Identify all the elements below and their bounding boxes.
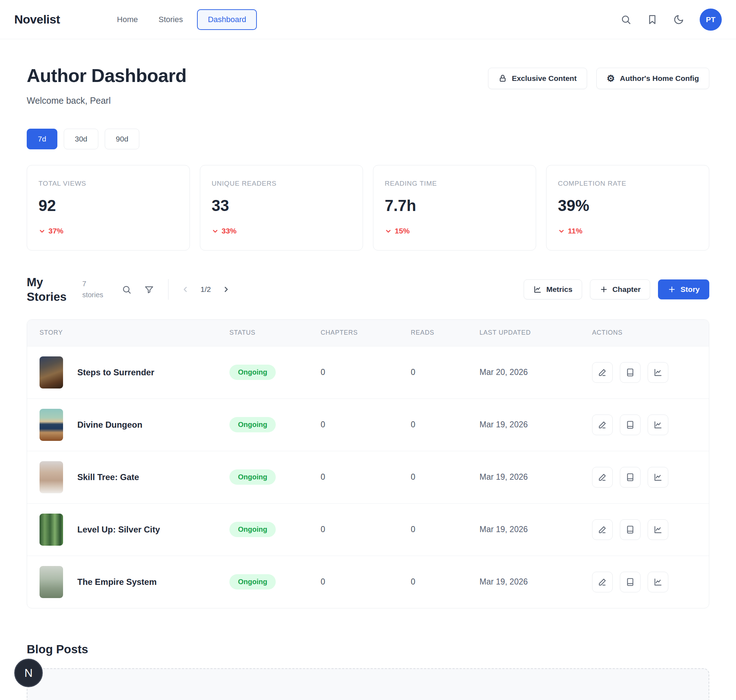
read-story-button[interactable] xyxy=(620,362,641,383)
story-metrics-button[interactable] xyxy=(648,467,668,488)
story-title[interactable]: The Empire System xyxy=(77,577,157,587)
story-cover-image[interactable] xyxy=(40,513,63,546)
user-avatar[interactable]: PT xyxy=(700,9,722,31)
read-story-button[interactable] xyxy=(620,572,641,593)
book-icon xyxy=(626,577,635,587)
col-reads: READS xyxy=(411,329,479,337)
story-cover-image[interactable] xyxy=(40,566,63,598)
story-metrics-button[interactable] xyxy=(648,519,668,540)
metrics-button[interactable]: Metrics xyxy=(524,279,582,299)
col-story: STORY xyxy=(40,329,229,337)
filter-funnel-icon[interactable] xyxy=(144,285,154,294)
reads-count: 0 xyxy=(411,368,479,377)
chart-icon xyxy=(653,577,663,587)
authors-home-config-button[interactable]: ⚙ Author's Home Config xyxy=(596,68,709,89)
edit-story-button[interactable] xyxy=(592,467,613,488)
page-indicator: 1/2 xyxy=(201,285,211,294)
last-updated: Mar 19, 2026 xyxy=(479,525,592,534)
stories-pagination: 1/2 xyxy=(181,285,230,294)
story-cover-image[interactable] xyxy=(40,409,63,441)
chart-icon xyxy=(653,473,663,482)
blog-posts-empty-panel: Subscribers will be able to read your po… xyxy=(27,668,709,700)
book-icon xyxy=(626,420,635,429)
bookmark-icon[interactable] xyxy=(647,14,658,25)
main-content: Author Dashboard Welcome back, Pearl Exc… xyxy=(0,65,736,700)
dark-mode-moon-icon[interactable] xyxy=(673,14,684,25)
add-chapter-button[interactable]: Chapter xyxy=(590,279,650,299)
col-chapters: CHAPTERS xyxy=(320,329,411,337)
edit-story-button[interactable] xyxy=(592,362,613,383)
nav-link-home[interactable]: Home xyxy=(110,10,144,29)
pencil-icon xyxy=(598,525,607,534)
range-30d-button[interactable]: 30d xyxy=(64,129,98,149)
stat-card-unique-readers: UNIQUE READERS 33 33% xyxy=(200,165,363,251)
read-story-button[interactable] xyxy=(620,519,641,540)
edit-story-button[interactable] xyxy=(592,572,613,593)
exclusive-content-button[interactable]: Exclusive Content xyxy=(488,68,587,89)
story-metrics-button[interactable] xyxy=(648,415,668,435)
book-icon xyxy=(626,368,635,377)
nav-actions: PT xyxy=(621,9,722,31)
nav-link-stories[interactable]: Stories xyxy=(152,10,189,29)
story-title[interactable]: Steps to Surrender xyxy=(77,368,154,378)
status-badge: Ongoing xyxy=(229,574,276,590)
book-icon xyxy=(626,473,635,482)
plus-icon xyxy=(599,285,608,294)
table-row: The Empire System Ongoing 0 0 Mar 19, 20… xyxy=(27,556,709,608)
nav-link-dashboard[interactable]: Dashboard xyxy=(197,9,257,30)
stat-card-reading-time: READING TIME 7.7h 15% xyxy=(373,165,536,251)
trend-down-icon xyxy=(385,227,392,235)
status-badge: Ongoing xyxy=(229,469,276,485)
page-prev-icon[interactable] xyxy=(181,285,190,294)
trend-down-icon xyxy=(38,227,46,235)
status-badge: Ongoing xyxy=(229,417,276,432)
pencil-icon xyxy=(598,577,607,587)
pencil-icon xyxy=(598,368,607,377)
story-cover-image[interactable] xyxy=(40,356,63,388)
story-title[interactable]: Level Up: Silver City xyxy=(77,525,160,535)
my-stories-title: My Stories xyxy=(27,275,67,304)
range-filter: 7d 30d 90d xyxy=(27,129,709,149)
trend-down-icon xyxy=(558,227,565,235)
col-status: STATUS xyxy=(229,329,320,337)
story-title[interactable]: Divine Dungeon xyxy=(77,420,142,430)
my-stories-toolbar: My Stories 7 stories 1/2 xyxy=(27,275,709,304)
table-row: Steps to Surrender Ongoing 0 0 Mar 20, 2… xyxy=(27,346,709,399)
plus-icon xyxy=(668,285,676,294)
chapters-count: 0 xyxy=(320,472,411,482)
range-90d-button[interactable]: 90d xyxy=(105,129,139,149)
chart-icon xyxy=(653,420,663,429)
chapters-count: 0 xyxy=(320,525,411,534)
page-header-text: Author Dashboard Welcome back, Pearl xyxy=(27,65,186,106)
edit-story-button[interactable] xyxy=(592,415,613,435)
search-icon[interactable] xyxy=(621,14,631,25)
stat-card-completion-rate: COMPLETION RATE 39% 11% xyxy=(546,165,709,251)
novelist-fab-button[interactable]: N xyxy=(14,659,43,687)
story-metrics-button[interactable] xyxy=(648,362,668,383)
edit-story-button[interactable] xyxy=(592,519,613,540)
book-icon xyxy=(626,525,635,534)
range-7d-button[interactable]: 7d xyxy=(27,129,57,149)
brand-logo[interactable]: Novelist xyxy=(14,12,60,26)
table-row: Divine Dungeon Ongoing 0 0 Mar 19, 2026 xyxy=(27,399,709,451)
toolbar-divider xyxy=(168,279,169,300)
story-metrics-button[interactable] xyxy=(648,572,668,593)
stories-actions: Metrics Chapter Story xyxy=(524,279,709,299)
chapters-count: 0 xyxy=(320,368,411,377)
trend-down-icon xyxy=(212,227,219,235)
add-story-button[interactable]: Story xyxy=(658,279,709,299)
reads-count: 0 xyxy=(411,525,479,534)
page-header: Author Dashboard Welcome back, Pearl Exc… xyxy=(27,65,709,106)
pencil-icon xyxy=(598,420,607,429)
read-story-button[interactable] xyxy=(620,415,641,435)
page-next-icon[interactable] xyxy=(222,285,230,294)
last-updated: Mar 19, 2026 xyxy=(479,420,592,429)
stories-tools xyxy=(122,285,154,294)
story-cover-image[interactable] xyxy=(40,461,63,493)
story-title[interactable]: Skill Tree: Gate xyxy=(77,472,139,482)
read-story-button[interactable] xyxy=(620,467,641,488)
stories-search-icon[interactable] xyxy=(122,285,131,294)
lock-icon xyxy=(498,74,507,83)
nav-links: Home Stories Dashboard xyxy=(110,9,257,30)
chart-icon xyxy=(653,368,663,377)
